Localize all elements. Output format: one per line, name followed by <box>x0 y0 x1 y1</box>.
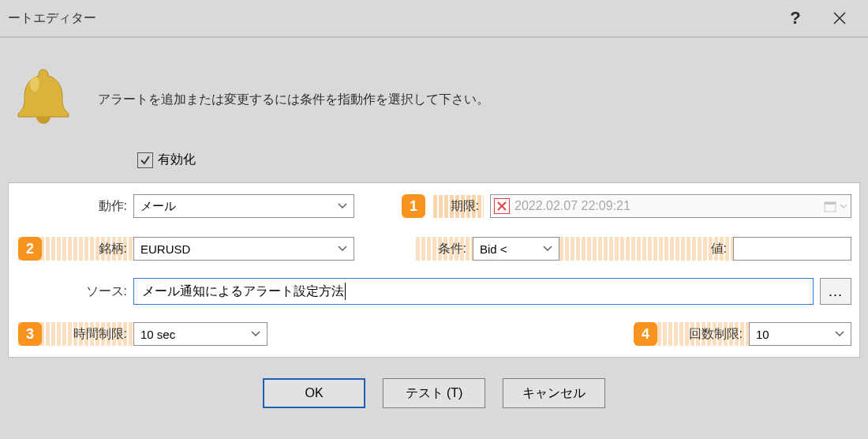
enable-label: 有効化 <box>158 152 196 168</box>
timeout-value: 10 sec <box>140 328 175 341</box>
label-source: ソース: <box>17 283 127 300</box>
disable-expiry-icon[interactable] <box>494 198 510 214</box>
window-title: ートエディター <box>6 10 773 27</box>
badge-3: 3 <box>18 322 42 346</box>
help-button[interactable]: ? <box>773 0 817 37</box>
label-expiry: 期限: <box>432 195 484 218</box>
svg-rect-2 <box>825 202 836 204</box>
bell-icon <box>8 62 79 133</box>
label-action: 動作: <box>17 198 127 215</box>
source-value: メール通知によるアラート設定方法 <box>142 283 344 300</box>
badge-1: 1 <box>402 194 425 218</box>
label-countlimit: 回数制限: <box>664 326 743 343</box>
condition-value: Bid < <box>480 242 507 256</box>
countlimit-value: 10 <box>756 328 769 341</box>
countlimit-select[interactable]: 10 <box>749 322 851 346</box>
close-button[interactable] <box>817 0 862 37</box>
titlebar: ートエディター ? <box>0 0 868 38</box>
svg-point-0 <box>30 76 39 92</box>
condition-select[interactable]: Bid < <box>473 237 559 261</box>
action-value: メール <box>140 199 176 214</box>
label-value: 値: <box>695 241 727 257</box>
expiry-input[interactable]: 2022.02.07 22:09:21 <box>490 194 851 218</box>
enable-checkbox[interactable] <box>137 152 153 168</box>
label-condition: 条件: <box>414 241 466 257</box>
ok-button[interactable]: OK <box>263 378 365 408</box>
chevron-down-icon <box>338 203 347 209</box>
source-input[interactable]: メール通知によるアラート設定方法 <box>133 278 814 305</box>
chevron-down-icon <box>543 246 552 252</box>
badge-4: 4 <box>634 322 657 346</box>
label-timeout: 時間制限: <box>48 326 127 343</box>
label-symbol: 銘柄: <box>48 241 127 257</box>
symbol-select[interactable]: EURUSD <box>133 237 354 261</box>
symbol-value: EURUSD <box>140 242 190 256</box>
browse-button[interactable]: ... <box>820 278 851 305</box>
expiry-value: 2022.02.07 22:09:21 <box>514 199 630 213</box>
chevron-down-icon <box>835 331 844 337</box>
calendar-icon[interactable] <box>824 200 847 212</box>
badge-2: 2 <box>18 237 42 261</box>
text-cursor <box>345 283 346 300</box>
test-button[interactable]: テスト (T) <box>383 378 485 408</box>
timeout-select[interactable]: 10 sec <box>133 322 268 346</box>
chevron-down-icon <box>338 246 347 252</box>
cancel-button[interactable]: キャンセル <box>503 378 605 408</box>
chevron-down-icon <box>251 331 260 337</box>
intro-text: アラートを追加または変更するには条件を指動作を選択して下さい。 <box>79 87 489 108</box>
value-input[interactable] <box>733 237 851 261</box>
action-select[interactable]: メール <box>133 194 354 218</box>
